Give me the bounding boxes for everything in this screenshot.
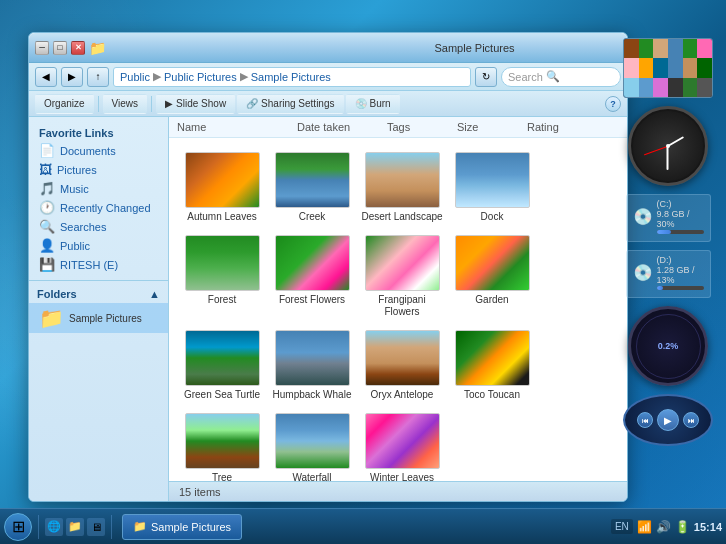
col-header-tags[interactable]: Tags [387,121,457,133]
speaker-icon[interactable]: 🔊 [656,520,671,534]
searches-icon: 🔍 [39,219,55,234]
col-header-rating[interactable]: Rating [527,121,607,133]
sidebar-item-pictures[interactable]: 🖼 Pictures [29,160,168,179]
title-bar-left: ─ □ ✕ 📁 [35,40,328,56]
media-play-button[interactable]: ▶ [657,409,679,431]
burn-icon: 💿 [355,98,367,109]
thumb-forest[interactable]: Forest [177,229,267,324]
views-button[interactable]: Views [103,94,148,114]
taskbar-item-explorer[interactable]: 📁 Sample Pictures [122,514,242,540]
sharing-icon: 🔗 [246,98,258,109]
sidebar-item-music[interactable]: 🎵 Music [29,179,168,198]
burn-button[interactable]: 💿 Burn [346,94,400,114]
thumb-waterfall[interactable]: Waterfall [267,407,357,481]
sidebar-item-recently-changed[interactable]: 🕐 Recently Changed [29,198,168,217]
back-button[interactable]: ◀ [35,67,57,87]
start-button[interactable]: ⊞ [4,513,32,541]
taskbar-clock: 15:14 [694,521,722,533]
path-sample-pictures[interactable]: Sample Pictures [251,71,331,83]
mini-thumb-10 [668,58,683,77]
toolbar-separator-1 [98,96,99,112]
explorer-window: ─ □ ✕ 📁 Sample Pictures ◀ ▶ ↑ Public ▶ P… [28,32,628,502]
thumb-label-creek: Creek [299,211,326,223]
taskbar: ⊞ 🌐 📁 🖥 📁 Sample Pictures EN 📶 🔊 🔋 15:14 [0,508,726,544]
media-next-button[interactable]: ⏭ [683,412,699,428]
forward-button[interactable]: ▶ [61,67,83,87]
slideshow-button[interactable]: ▶ Slide Show [156,94,235,114]
quick-launch: 🌐 📁 🖥 [45,518,105,536]
toolbar: Organize Views ▶ Slide Show 🔗 Sharing Se… [29,91,627,117]
thumb-label-forest-flowers: Forest Flowers [279,294,345,306]
thumb-img-forest-flowers [275,235,350,291]
thumb-winter-leaves[interactable]: Winter Leaves [357,407,447,481]
col-header-name[interactable]: Name [177,121,297,133]
slideshow-icon: ▶ [165,98,173,109]
search-box[interactable]: Search 🔍 [501,67,621,87]
status-bar: 15 items [169,481,627,501]
ql-show-desktop-icon[interactable]: 🖥 [87,518,105,536]
path-public-pictures[interactable]: Public Pictures [164,71,237,83]
thumb-tree[interactable]: Tree [177,407,267,481]
thumb-desert-landscape[interactable]: Desert Landscape [357,146,447,229]
folders-header[interactable]: Folders ▲ [29,285,168,303]
search-icon: 🔍 [546,70,560,83]
ql-ie-icon[interactable]: 🌐 [45,518,63,536]
close-button[interactable]: ✕ [71,41,85,55]
thumb-dock[interactable]: Dock [447,146,537,229]
thumb-label-toco-toucan: Toco Toucan [464,389,520,401]
thumb-img-winter-leaves [365,413,440,469]
thumb-autumn-leaves[interactable]: Autumn Leaves [177,146,267,229]
folder-sample-pictures[interactable]: 📁 Sample Pictures [29,303,168,333]
col-header-size[interactable]: Size [457,121,527,133]
drive-d-sub: 1.28 GB / 13% [657,265,704,285]
folder-icon: 📁 [89,40,106,56]
refresh-button[interactable]: ↻ [475,67,497,87]
ql-folder-icon[interactable]: 📁 [66,518,84,536]
media-prev-button[interactable]: ⏮ [637,412,653,428]
mini-thumb-18 [697,78,712,97]
thumb-green-sea-turtle[interactable]: Green Sea Turtle [177,324,267,407]
drive-d-widget: 💿 (D:) 1.28 GB / 13% [626,250,711,298]
thumb-frangipani-flowers[interactable]: Frangipani Flowers [357,229,447,324]
mini-thumb-5 [683,39,698,58]
folders-panel: Folders ▲ 📁 Sample Pictures [29,280,168,337]
battery-icon[interactable]: 🔋 [675,520,690,534]
address-path[interactable]: Public ▶ Public Pictures ▶ Sample Pictur… [113,67,471,87]
sharing-button[interactable]: 🔗 Sharing Settings [237,94,343,114]
thumb-humpback-whale[interactable]: Humpback Whale [267,324,357,407]
drive-c-bar-fill [657,230,671,234]
thumb-toco-toucan[interactable]: Toco Toucan [447,324,537,407]
recent-icon: 🕐 [39,200,55,215]
maximize-button[interactable]: □ [53,41,67,55]
speed-widget: 0.2% [628,306,708,386]
public-icon: 👤 [39,238,55,253]
sidebar-item-drive[interactable]: 💾 RITESH (E) [29,255,168,274]
sidebar-favorites: Favorite Links 📄 Documents 🖼 Pictures 🎵 … [29,117,168,280]
drive-d-info: (D:) 1.28 GB / 13% [657,255,704,290]
file-panel: Name Date taken Tags Size Rating Autumn … [169,117,627,501]
minimize-button[interactable]: ─ [35,41,49,55]
up-button[interactable]: ↑ [87,67,109,87]
sidebar-item-public[interactable]: 👤 Public [29,236,168,255]
sidebar-item-searches[interactable]: 🔍 Searches [29,217,168,236]
sidebar-item-documents[interactable]: 📄 Documents [29,141,168,160]
thumb-img-autumn-leaves [185,152,260,208]
organize-button[interactable]: Organize [35,94,94,114]
mini-thumb-16 [668,78,683,97]
taskbar-items: 📁 Sample Pictures [122,514,242,540]
drive-d-bar-fill [657,286,663,290]
network-icon[interactable]: 📶 [637,520,652,534]
thumb-oryx-antelope[interactable]: Oryx Antelope [357,324,447,407]
col-header-date[interactable]: Date taken [297,121,387,133]
clock-widget [628,106,708,186]
thumb-creek[interactable]: Creek [267,146,357,229]
thumb-img-creek [275,152,350,208]
path-public[interactable]: Public [120,71,150,83]
clock-center [666,144,670,148]
thumb-img-frangipani-flowers [365,235,440,291]
thumb-label-autumn-leaves: Autumn Leaves [187,211,257,223]
thumb-img-garden [455,235,530,291]
thumb-garden[interactable]: Garden [447,229,537,324]
thumb-forest-flowers[interactable]: Forest Flowers [267,229,357,324]
taskbar-sep-1 [38,515,39,539]
